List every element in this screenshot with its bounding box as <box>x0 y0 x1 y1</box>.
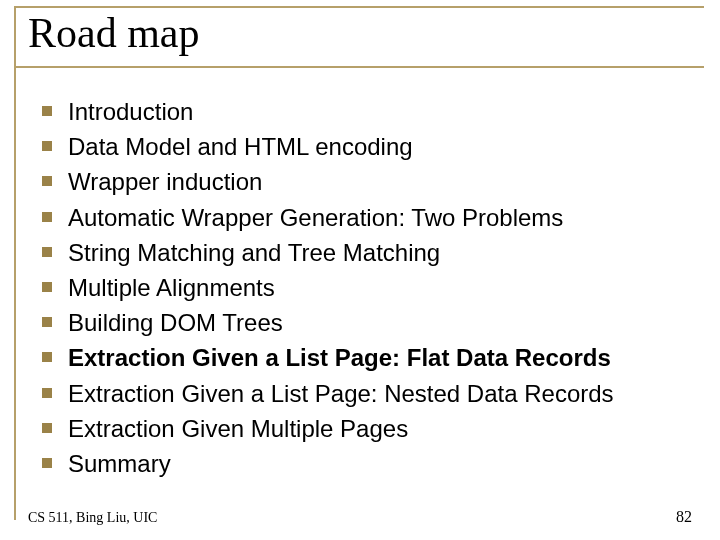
square-bullet-icon <box>42 423 52 433</box>
square-bullet-icon <box>42 176 52 186</box>
list-item-label: Multiple Alignments <box>68 272 275 303</box>
square-bullet-icon <box>42 212 52 222</box>
square-bullet-icon <box>42 106 52 116</box>
list-item: Extraction Given Multiple Pages <box>42 413 682 444</box>
list-item-label: Data Model and HTML encoding <box>68 131 413 162</box>
list-item: Automatic Wrapper Generation: Two Proble… <box>42 202 682 233</box>
list-item-label: Extraction Given Multiple Pages <box>68 413 408 444</box>
square-bullet-icon <box>42 247 52 257</box>
slide: Road map IntroductionData Model and HTML… <box>0 0 720 540</box>
square-bullet-icon <box>42 282 52 292</box>
footer-left: CS 511, Bing Liu, UIC <box>28 510 157 526</box>
list-item: Summary <box>42 448 682 479</box>
list-item: Introduction <box>42 96 682 127</box>
square-bullet-icon <box>42 141 52 151</box>
list-item: Extraction Given a List Page: Flat Data … <box>42 342 682 373</box>
slide-number: 82 <box>676 508 692 526</box>
square-bullet-icon <box>42 317 52 327</box>
title-area: Road map <box>28 10 692 62</box>
list-item-label: Automatic Wrapper Generation: Two Proble… <box>68 202 563 233</box>
square-bullet-icon <box>42 458 52 468</box>
decorative-rule-top <box>14 6 704 8</box>
list-item-label: Extraction Given a List Page: Flat Data … <box>68 342 611 373</box>
list-item-label: Extraction Given a List Page: Nested Dat… <box>68 378 614 409</box>
list-item-label: Introduction <box>68 96 193 127</box>
list-item: Building DOM Trees <box>42 307 682 338</box>
list-item-label: String Matching and Tree Matching <box>68 237 440 268</box>
decorative-rule-bottom <box>14 66 704 68</box>
list-item: Multiple Alignments <box>42 272 682 303</box>
bullet-list: IntroductionData Model and HTML encoding… <box>42 96 682 483</box>
list-item-label: Summary <box>68 448 171 479</box>
list-item-label: Building DOM Trees <box>68 307 283 338</box>
square-bullet-icon <box>42 352 52 362</box>
slide-title: Road map <box>28 10 692 62</box>
list-item: Wrapper induction <box>42 166 682 197</box>
list-item-label: Wrapper induction <box>68 166 262 197</box>
square-bullet-icon <box>42 388 52 398</box>
list-item: Data Model and HTML encoding <box>42 131 682 162</box>
list-item: String Matching and Tree Matching <box>42 237 682 268</box>
list-item: Extraction Given a List Page: Nested Dat… <box>42 378 682 409</box>
decorative-rule-left <box>14 6 16 520</box>
